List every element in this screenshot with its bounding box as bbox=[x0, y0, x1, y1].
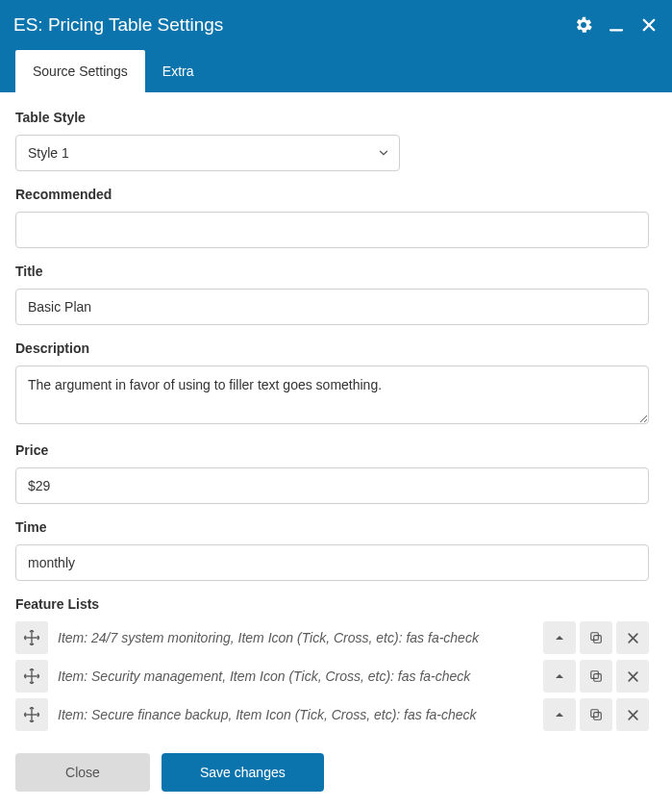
duplicate-icon[interactable] bbox=[580, 621, 612, 654]
collapse-up-icon[interactable] bbox=[543, 698, 576, 731]
gear-icon[interactable] bbox=[574, 15, 593, 35]
tab-source-settings[interactable]: Source Settings bbox=[15, 50, 145, 92]
time-input[interactable] bbox=[15, 544, 649, 581]
remove-icon[interactable] bbox=[616, 698, 649, 731]
feature-row: Item: 24/7 system monitoring, Item Icon … bbox=[15, 621, 649, 654]
drag-handle-icon[interactable] bbox=[15, 698, 48, 731]
feature-row: Item: Security management, Item Icon (Ti… bbox=[15, 660, 649, 693]
feature-text: Item: Secure finance backup, Item Icon (… bbox=[58, 707, 534, 722]
description-label: Description bbox=[15, 340, 649, 356]
remove-icon[interactable] bbox=[616, 621, 649, 654]
svg-rect-14 bbox=[591, 671, 599, 679]
close-button[interactable]: Close bbox=[15, 753, 150, 792]
description-textarea[interactable]: The argument in favor of using to filler… bbox=[15, 366, 649, 424]
time-label: Time bbox=[15, 519, 649, 535]
content-area[interactable]: Table Style Style 1 Recommended Title De… bbox=[0, 92, 672, 740]
feature-row: Item: Secure finance backup, Item Icon (… bbox=[15, 698, 649, 731]
svg-marker-5 bbox=[556, 636, 563, 640]
table-style-label: Table Style bbox=[15, 110, 649, 125]
feature-lists-label: Feature Lists bbox=[15, 596, 649, 612]
footer: Close Save changes bbox=[0, 740, 672, 807]
window-title: ES: Pricing Table Settings bbox=[13, 14, 223, 36]
duplicate-icon[interactable] bbox=[580, 660, 612, 693]
save-changes-button[interactable]: Save changes bbox=[162, 753, 324, 792]
feature-list: Item: 24/7 system monitoring, Item Icon … bbox=[15, 621, 649, 731]
svg-marker-12 bbox=[556, 674, 563, 678]
close-icon[interactable] bbox=[639, 15, 659, 35]
svg-marker-19 bbox=[556, 713, 563, 717]
svg-rect-13 bbox=[594, 674, 602, 682]
tab-extra[interactable]: Extra bbox=[145, 50, 212, 92]
svg-rect-21 bbox=[591, 710, 599, 718]
recommended-input[interactable] bbox=[15, 212, 649, 248]
feature-text: Item: 24/7 system monitoring, Item Icon … bbox=[58, 630, 534, 645]
price-label: Price bbox=[15, 442, 649, 458]
title-label: Title bbox=[15, 264, 649, 279]
titlebar: ES: Pricing Table Settings bbox=[0, 0, 672, 50]
remove-icon[interactable] bbox=[616, 660, 649, 693]
svg-rect-6 bbox=[594, 636, 602, 643]
duplicate-icon[interactable] bbox=[580, 698, 612, 731]
feature-text: Item: Security management, Item Icon (Ti… bbox=[58, 668, 534, 684]
title-input[interactable] bbox=[15, 289, 649, 325]
drag-handle-icon[interactable] bbox=[15, 660, 48, 693]
collapse-up-icon[interactable] bbox=[543, 621, 576, 654]
collapse-up-icon[interactable] bbox=[543, 660, 576, 693]
titlebar-actions bbox=[574, 15, 659, 35]
svg-rect-7 bbox=[591, 633, 599, 641]
minimize-icon[interactable] bbox=[607, 15, 626, 35]
tabs: Source Settings Extra bbox=[0, 50, 672, 92]
table-style-select[interactable]: Style 1 bbox=[15, 135, 400, 171]
svg-rect-20 bbox=[594, 713, 602, 720]
price-input[interactable] bbox=[15, 467, 649, 504]
drag-handle-icon[interactable] bbox=[15, 621, 48, 654]
recommended-label: Recommended bbox=[15, 187, 649, 202]
